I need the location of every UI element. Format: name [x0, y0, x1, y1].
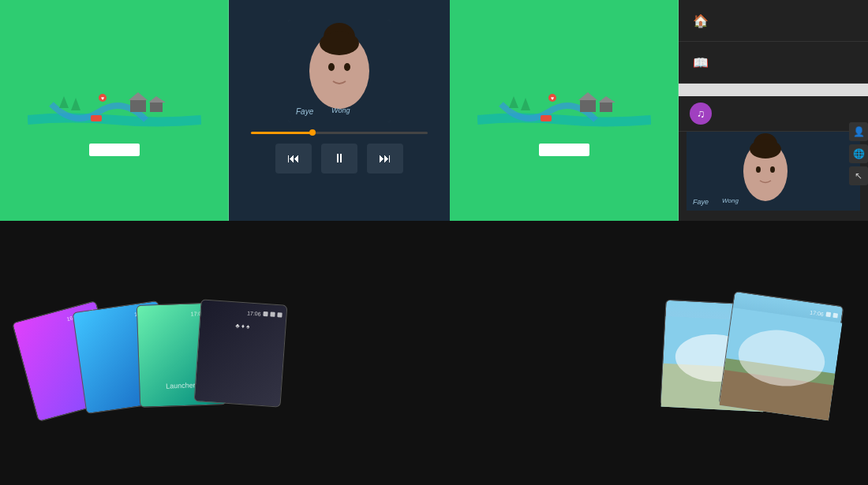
left-sign-in-button[interactable]	[89, 144, 140, 156]
audio-thumbnail: Faye Wong	[687, 132, 860, 211]
sidebar-divider	[679, 84, 868, 96]
svg-rect-3	[130, 100, 146, 112]
home-icon: 🏠	[690, 9, 712, 32]
book-icon: 📖	[690, 51, 712, 73]
prev-button[interactable]: ⏮	[275, 144, 312, 173]
right-edge-icons: 👤 🌐 ↖	[849, 122, 868, 185]
music-note-icon: ♫	[690, 103, 712, 125]
svg-rect-23	[600, 103, 612, 112]
left-phone-panel: ♥	[0, 0, 229, 221]
globe-icon[interactable]: 🌐	[849, 144, 868, 163]
progress-fill	[251, 132, 312, 134]
person-icon[interactable]: 👤	[849, 122, 868, 141]
music-panel: Faye Wong ⏮ ⏸ ⏭	[229, 0, 450, 221]
right-map-illustration: ♥	[477, 80, 651, 144]
svg-text:♥: ♥	[551, 95, 554, 101]
sidebar-item-audio[interactable]: ♫	[679, 96, 868, 132]
album-art: Faye Wong	[288, 20, 391, 122]
audio-thumb-svg: Faye Wong	[687, 132, 860, 211]
cursor-icon[interactable]: ↖	[849, 166, 868, 185]
svg-rect-18	[477, 80, 651, 144]
progress-container	[245, 132, 434, 134]
landscape-thumb-2: 17:06	[719, 291, 844, 420]
svg-rect-5	[150, 103, 163, 112]
sidebar-panel: 🏠 📖 ♫	[679, 0, 868, 221]
sidebar-item-page-animation[interactable]: 🏠	[679, 0, 868, 42]
svg-point-31	[750, 140, 781, 159]
svg-text:Wong: Wong	[722, 197, 739, 204]
right-wallpaper-fan: 17:06 17:06	[544, 286, 844, 412]
svg-text:Faye: Faye	[693, 198, 709, 206]
left-wallpaper-fan: 16:44 16:44 17:06 Launcher3 17:06 ♣ ♦ ♠	[24, 286, 324, 412]
progress-bar[interactable]	[251, 132, 428, 134]
right-sign-in-button[interactable]	[539, 144, 589, 156]
svg-point-13	[320, 32, 359, 55]
wallpaper-thumb-4: 17:06 ♣ ♦ ♠	[194, 299, 288, 407]
svg-text:Faye: Faye	[296, 107, 314, 116]
pause-button[interactable]: ⏸	[321, 144, 357, 173]
svg-rect-0	[28, 80, 201, 144]
sidebar-item-instructions[interactable]: 📖	[679, 42, 868, 84]
svg-point-33	[770, 166, 775, 173]
svg-point-32	[756, 166, 761, 173]
album-art-svg: Faye Wong	[288, 20, 391, 122]
bottom-section: 16:44 16:44 17:06 Launcher3 17:06 ♣ ♦ ♠ …	[0, 221, 868, 485]
svg-point-15	[344, 63, 350, 71]
next-button[interactable]: ⏭	[367, 144, 403, 173]
svg-rect-21	[580, 100, 596, 112]
player-controls: ⏮ ⏸ ⏭	[275, 144, 403, 173]
right-phone-panel: ♥	[450, 0, 679, 221]
svg-rect-25	[541, 115, 552, 121]
gallery-container: 16:44 16:44 17:06 Launcher3 17:06 ♣ ♦ ♠ …	[0, 278, 868, 420]
map-illustration: ♥	[28, 80, 201, 144]
svg-text:Wong: Wong	[331, 106, 350, 114]
top-section: ♥ Faye Wong	[0, 0, 868, 221]
svg-text:♥: ♥	[101, 95, 104, 101]
svg-point-14	[328, 63, 335, 71]
landscape-svg-2	[717, 308, 843, 436]
svg-rect-7	[91, 115, 102, 121]
